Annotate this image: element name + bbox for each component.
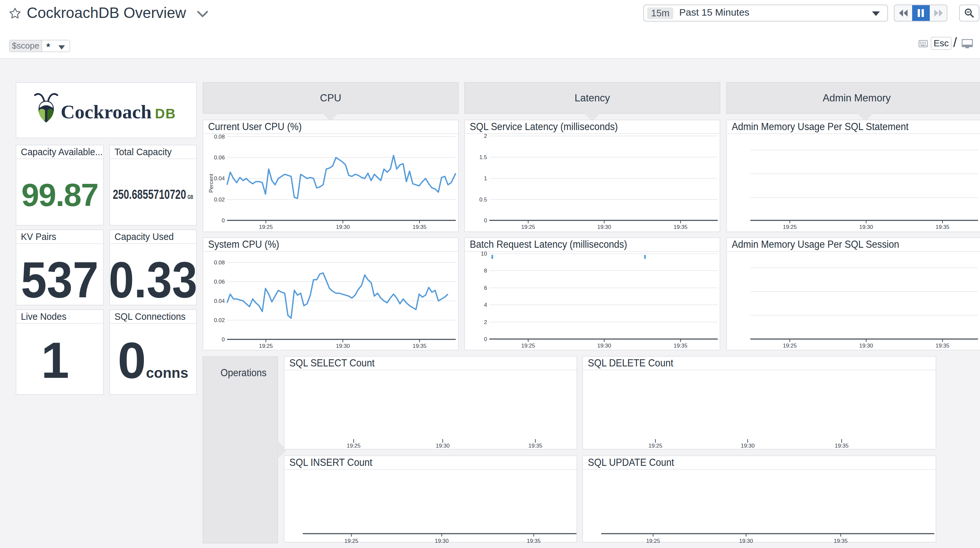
svg-text:10: 10 [481,251,487,257]
svg-text:0.5: 0.5 [479,197,487,203]
svg-text:19:35: 19:35 [528,443,542,449]
svg-text:0: 0 [222,218,225,224]
svg-text:DB: DB [155,106,176,121]
svg-text:19:25: 19:25 [259,224,273,230]
svg-text:19:30: 19:30 [597,224,611,230]
svg-text:0: 0 [484,336,487,342]
svg-text:19:25: 19:25 [345,538,358,543]
svg-text:19:30: 19:30 [741,443,755,449]
svg-text:19:35: 19:35 [674,343,688,349]
svg-text:19:35: 19:35 [527,538,541,543]
svg-text:1: 1 [484,175,487,181]
svg-text:19:30: 19:30 [597,343,611,349]
svg-text:19:35: 19:35 [935,224,950,230]
svg-text:19:25: 19:25 [521,224,535,230]
svg-text:19:30: 19:30 [859,343,873,349]
svg-text:0.08: 0.08 [214,259,225,266]
svg-text:19:35: 19:35 [935,343,950,349]
svg-text:0.08: 0.08 [214,133,225,140]
svg-text:2: 2 [484,319,487,326]
svg-text:19:30: 19:30 [436,443,450,449]
svg-text:0.06: 0.06 [214,279,225,285]
svg-text:8: 8 [484,268,487,274]
svg-text:0.04: 0.04 [214,298,225,304]
svg-text:0.02: 0.02 [214,317,225,323]
svg-text:19:30: 19:30 [336,343,350,349]
svg-text:4: 4 [484,302,487,308]
svg-text:0: 0 [222,337,225,343]
svg-text:19:35: 19:35 [413,224,427,230]
svg-text:19:30: 19:30 [336,224,350,230]
svg-text:19:30: 19:30 [435,538,449,543]
svg-text:0.02: 0.02 [214,197,225,203]
svg-text:2: 2 [484,133,487,139]
svg-text:0.04: 0.04 [214,175,225,181]
svg-text:19:25: 19:25 [783,343,797,349]
svg-text:19:35: 19:35 [413,343,427,349]
svg-text:1.5: 1.5 [479,154,487,160]
svg-text:19:25: 19:25 [649,443,663,449]
svg-text:19:25: 19:25 [646,538,660,543]
svg-text:19:35: 19:35 [835,443,849,449]
svg-text:0.06: 0.06 [214,154,225,161]
svg-text:19:25: 19:25 [521,343,535,349]
svg-text:19:30: 19:30 [739,538,753,543]
svg-text:19:35: 19:35 [674,224,688,230]
svg-text:6: 6 [484,285,487,291]
svg-text:Percent: Percent [208,173,214,193]
svg-text:19:25: 19:25 [347,443,361,449]
svg-text:19:25: 19:25 [783,224,797,230]
svg-text:19:25: 19:25 [259,343,273,349]
svg-text:19:30: 19:30 [859,224,873,230]
svg-text:0: 0 [484,218,487,224]
svg-text:19:35: 19:35 [834,538,848,543]
svg-text:Cockroach: Cockroach [60,101,152,122]
